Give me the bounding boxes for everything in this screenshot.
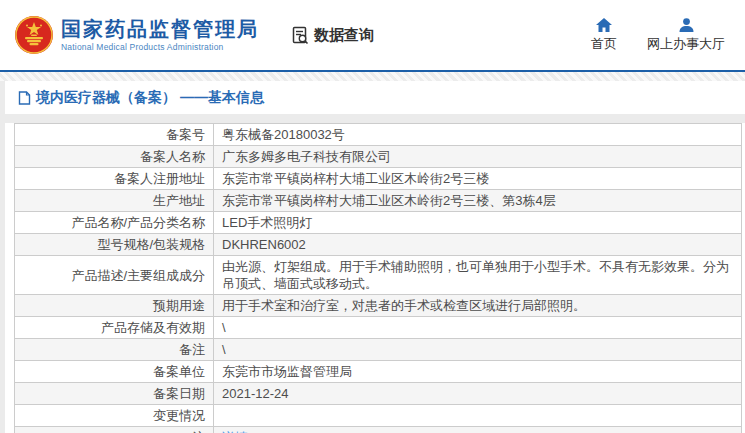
table-row: 生产地址东莞市常平镇岗梓村大埔工业区木岭街2号三楼、第3栋4层 <box>15 190 742 212</box>
user-icon <box>679 18 694 32</box>
table-row: 产品名称/产品分类名称LED手术照明灯 <box>15 212 742 234</box>
row-label: 备注 <box>15 339 214 361</box>
row-value: 由光源、灯架组成。用于手术辅助照明，也可单独用于小型手术。不具有无影效果。分为吊… <box>214 256 742 295</box>
row-label: 备案日期 <box>15 383 214 405</box>
table-row: 注详情 <box>15 427 742 433</box>
page-title: 境内医疗器械（备案） ——基本信息 <box>36 89 264 107</box>
table-row: 备注\ <box>15 339 742 361</box>
nav-home-label: 首页 <box>591 35 617 53</box>
row-label: 型号规格/包装规格 <box>15 234 214 256</box>
row-label: 产品名称/产品分类名称 <box>15 212 214 234</box>
row-value: 详情 <box>214 427 742 433</box>
data-query-label: 数据查询 <box>314 26 374 45</box>
row-label: 备案单位 <box>15 361 214 383</box>
site-header: 国家药品监督管理局 National Medical Products Admi… <box>0 0 745 72</box>
table-row: 备案人名称广东多姆多电子科技有限公司 <box>15 146 742 168</box>
row-value <box>214 405 742 427</box>
row-label: 注 <box>15 427 214 433</box>
row-value: LED手术照明灯 <box>214 212 742 234</box>
table-row: 备案日期2021-12-24 <box>15 383 742 405</box>
section-gap <box>5 114 745 123</box>
row-value: 用于手术室和治疗室，对患者的手术或检查区域进行局部照明。 <box>214 295 742 317</box>
nav-item-online-hall[interactable]: 网上办事大厅 <box>647 18 725 53</box>
row-value: \ <box>214 339 742 361</box>
row-label: 产品存储及有效期 <box>15 317 214 339</box>
row-value: DKHREN6002 <box>214 234 742 256</box>
table-row: 备案单位东莞市市场监督管理局 <box>15 361 742 383</box>
row-label: 生产地址 <box>15 190 214 212</box>
row-label: 变更情况 <box>15 405 214 427</box>
row-label: 备案人注册地址 <box>15 168 214 190</box>
brand-text: 国家药品监督管理局 National Medical Products Admi… <box>61 18 259 52</box>
table-row: 变更情况 <box>15 405 742 427</box>
content-panel: 境内医疗器械（备案） ——基本信息 备案号粤东械备20180032号备案人名称广… <box>5 81 745 433</box>
row-label: 备案人名称 <box>15 146 214 168</box>
header-nav: 首页 网上办事大厅 <box>591 18 725 53</box>
registration-info-table: 备案号粤东械备20180032号备案人名称广东多姆多电子科技有限公司备案人注册地… <box>14 123 742 433</box>
home-icon <box>596 18 612 32</box>
table-row: 型号规格/包装规格DKHREN6002 <box>15 234 742 256</box>
breadcrumb: 境内医疗器械（备案） ——基本信息 <box>5 81 745 114</box>
national-emblem-logo <box>14 15 54 55</box>
info-table-body: 备案号粤东械备20180032号备案人名称广东多姆多电子科技有限公司备案人注册地… <box>15 124 742 433</box>
row-value: 2021-12-24 <box>214 383 742 405</box>
table-row: 预期用途用于手术室和治疗室，对患者的手术或检查区域进行局部照明。 <box>15 295 742 317</box>
nav-item-home[interactable]: 首页 <box>591 18 617 53</box>
site-subtitle: National Medical Products Administration <box>61 42 259 52</box>
table-row: 产品存储及有效期\ <box>15 317 742 339</box>
row-value: 粤东械备20180032号 <box>214 124 742 146</box>
row-label: 备案号 <box>15 124 214 146</box>
row-label: 产品描述/主要组成成分 <box>15 256 214 295</box>
hatch-divider <box>0 72 745 81</box>
data-query-icon <box>291 26 310 45</box>
row-value: 东莞市市场监督管理局 <box>214 361 742 383</box>
brand: 国家药品监督管理局 National Medical Products Admi… <box>14 15 259 55</box>
nav-hall-label: 网上办事大厅 <box>647 35 725 53</box>
row-value: 广东多姆多电子科技有限公司 <box>214 146 742 168</box>
site-title: 国家药品监督管理局 <box>61 18 259 40</box>
row-value: 东莞市常平镇岗梓村大埔工业区木岭街2号三楼、第3栋4层 <box>214 190 742 212</box>
table-row: 产品描述/主要组成成分由光源、灯架组成。用于手术辅助照明，也可单独用于小型手术。… <box>15 256 742 295</box>
row-value: 东莞市常平镇岗梓村大埔工业区木岭街2号三楼 <box>214 168 742 190</box>
document-icon <box>18 91 31 105</box>
data-query-entry[interactable]: 数据查询 <box>291 26 374 45</box>
table-row: 备案人注册地址东莞市常平镇岗梓村大埔工业区木岭街2号三楼 <box>15 168 742 190</box>
row-value: \ <box>214 317 742 339</box>
row-label: 预期用途 <box>15 295 214 317</box>
table-row: 备案号粤东械备20180032号 <box>15 124 742 146</box>
